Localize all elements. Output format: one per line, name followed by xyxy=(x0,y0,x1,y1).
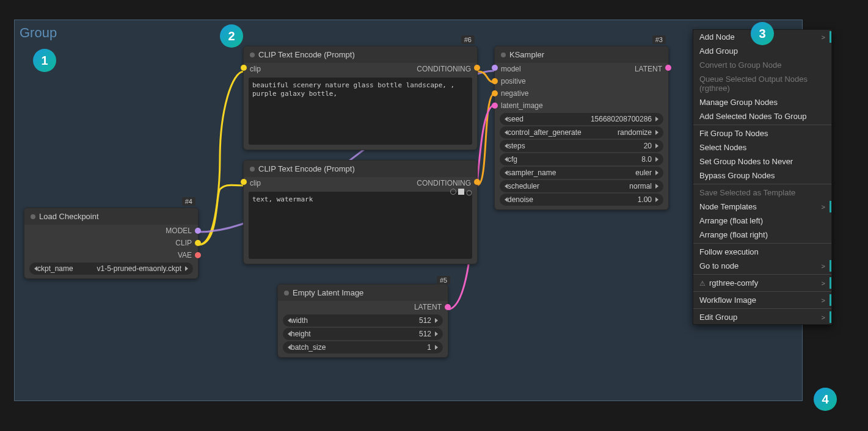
collapse-dot-icon[interactable] xyxy=(31,214,35,219)
port-dot-icon[interactable] xyxy=(492,65,498,71)
menu-item[interactable]: Manage Group Nodes xyxy=(693,95,831,109)
node-header[interactable]: Empty Latent Image xyxy=(278,284,448,301)
input-positive[interactable]: positive xyxy=(495,75,668,87)
node-header[interactable]: Load Checkpoint xyxy=(24,208,198,225)
node-header[interactable]: KSampler xyxy=(495,46,668,63)
checkbox-icon[interactable] xyxy=(458,189,464,195)
chevron-right-icon[interactable] xyxy=(655,170,658,175)
widget-width[interactable]: width512 xyxy=(283,314,443,327)
collapse-dot-icon[interactable] xyxy=(501,53,506,57)
menu-item[interactable]: Arrange (float right) xyxy=(693,228,831,242)
output-latent[interactable]: LATENT xyxy=(278,301,448,313)
step-badge-3: 3 xyxy=(751,22,774,45)
port-dot-icon[interactable] xyxy=(492,90,498,96)
chevron-right-icon[interactable] xyxy=(435,331,438,336)
chevron-right-icon[interactable] xyxy=(655,130,658,135)
output-model[interactable]: MODEL xyxy=(24,225,198,237)
svg-point-0 xyxy=(467,190,472,195)
menu-item[interactable]: ⚠rgthree-comfy> xyxy=(693,276,831,290)
widget-scheduler[interactable]: schedulernormal xyxy=(500,180,663,192)
port-row: clip CONDITIONING xyxy=(244,177,477,189)
accent-bar xyxy=(830,201,831,212)
widget-ckpt-name[interactable]: ckpt_name v1-5-pruned-emaonly.ckpt xyxy=(29,263,193,275)
port-dot-icon[interactable] xyxy=(241,179,247,185)
node-header[interactable]: CLIP Text Encode (Prompt) xyxy=(244,161,477,177)
menu-item: Convert to Group Node xyxy=(693,58,831,72)
input-clip[interactable]: clip xyxy=(250,179,261,187)
menu-item[interactable]: Edit Group> xyxy=(693,310,831,324)
collapse-dot-icon[interactable] xyxy=(250,53,255,57)
node-id-badge: #4 xyxy=(182,197,195,206)
widget-height[interactable]: height512 xyxy=(283,328,443,340)
port-dot-icon[interactable] xyxy=(195,252,201,258)
step-badge-4: 4 xyxy=(814,388,837,411)
node-title: KSampler xyxy=(509,50,544,59)
menu-item[interactable]: Arrange (float left) xyxy=(693,214,831,228)
output-vae[interactable]: VAE xyxy=(24,249,198,261)
input-clip[interactable]: clip xyxy=(250,65,261,73)
chevron-right-icon[interactable] xyxy=(655,197,658,202)
chevron-right-icon: > xyxy=(822,280,825,287)
port-dot-icon[interactable] xyxy=(474,179,480,185)
menu-item[interactable]: Go to node> xyxy=(693,259,831,273)
chevron-right-icon[interactable] xyxy=(435,345,438,350)
widget-seed[interactable]: seed156680208700286 xyxy=(500,113,663,125)
chevron-right-icon[interactable] xyxy=(435,318,438,323)
node-ksampler[interactable]: #3 KSampler model LATENT positive negati… xyxy=(494,46,669,210)
port-dot-icon[interactable] xyxy=(492,103,498,109)
input-model[interactable]: model xyxy=(501,65,521,73)
menu-item[interactable]: Workflow Image> xyxy=(693,293,831,307)
menu-item[interactable]: Fit Group To Nodes xyxy=(693,126,831,140)
widget-batch-size[interactable]: batch_size1 xyxy=(283,341,443,353)
node-header[interactable]: CLIP Text Encode (Prompt) xyxy=(244,46,477,63)
menu-item[interactable]: Node Templates> xyxy=(693,200,831,214)
output-conditioning[interactable]: CONDITIONING xyxy=(417,65,471,73)
port-dot-icon[interactable] xyxy=(665,65,671,71)
menu-item[interactable]: Select Nodes xyxy=(693,140,831,154)
chevron-right-icon[interactable] xyxy=(655,143,658,148)
port-dot-icon[interactable] xyxy=(195,228,201,234)
collapse-dot-icon[interactable] xyxy=(284,291,289,295)
port-dot-icon[interactable] xyxy=(241,65,247,71)
chevron-right-icon[interactable] xyxy=(655,184,658,189)
widget-sampler-name[interactable]: sampler_nameeuler xyxy=(500,167,663,179)
gear-icon[interactable] xyxy=(466,189,472,195)
prompt-textarea[interactable]: beautiful scenery nature glass bottle la… xyxy=(249,78,472,145)
node-clip-encode-positive[interactable]: #6 CLIP Text Encode (Prompt) clip CONDIT… xyxy=(243,46,478,150)
output-conditioning[interactable]: CONDITIONING xyxy=(417,179,471,187)
port-dot-icon[interactable] xyxy=(474,65,480,71)
node-id-badge: #5 xyxy=(437,276,450,284)
input-negative[interactable]: negative xyxy=(495,87,668,100)
node-title: CLIP Text Encode (Prompt) xyxy=(258,164,355,173)
menu-item[interactable]: Follow execution xyxy=(693,245,831,259)
node-clip-encode-negative[interactable]: CLIP Text Encode (Prompt) clip CONDITION… xyxy=(243,160,478,264)
step-badge-1: 1 xyxy=(33,49,56,72)
input-latent-image[interactable]: latent_image xyxy=(495,100,668,112)
chevron-right-icon[interactable] xyxy=(655,117,658,121)
chevron-right-icon[interactable] xyxy=(655,157,658,162)
menu-item[interactable]: Add Group xyxy=(693,44,831,58)
widget-control-after-generate[interactable]: control_after_generaterandomize xyxy=(500,126,663,139)
circle-icon[interactable] xyxy=(450,189,456,195)
prompt-textarea[interactable]: text, watermark xyxy=(249,192,472,259)
menu-item[interactable]: Set Group Nodes to Never xyxy=(693,154,831,168)
node-id-badge: #6 xyxy=(461,35,475,44)
widget-steps[interactable]: steps20 xyxy=(500,140,663,152)
port-dot-icon[interactable] xyxy=(445,304,451,310)
output-clip[interactable]: CLIP xyxy=(24,237,198,249)
widget-cfg[interactable]: cfg8.0 xyxy=(500,153,663,165)
node-empty-latent[interactable]: #5 Empty Latent Image LATENT width512 he… xyxy=(277,284,448,358)
chevron-right-icon[interactable] xyxy=(185,266,188,271)
output-latent[interactable]: LATENT xyxy=(635,65,662,73)
node-load-checkpoint[interactable]: #4 Load Checkpoint MODEL CLIP VAE ckpt_n… xyxy=(24,208,199,279)
node-title: Load Checkpoint xyxy=(39,212,99,221)
context-menu[interactable]: Add Node>Add GroupConvert to Group NodeQ… xyxy=(693,29,832,325)
port-dot-icon[interactable] xyxy=(492,78,498,84)
menu-item[interactable]: Add Selected Nodes To Group xyxy=(693,109,831,123)
chevron-right-icon: > xyxy=(822,34,825,41)
widget-denoise[interactable]: denoise1.00 xyxy=(500,194,663,206)
menu-item[interactable]: Bypass Group Nodes xyxy=(693,168,831,183)
collapse-dot-icon[interactable] xyxy=(250,167,255,172)
menu-separator xyxy=(693,184,831,184)
port-dot-icon[interactable] xyxy=(195,240,201,246)
